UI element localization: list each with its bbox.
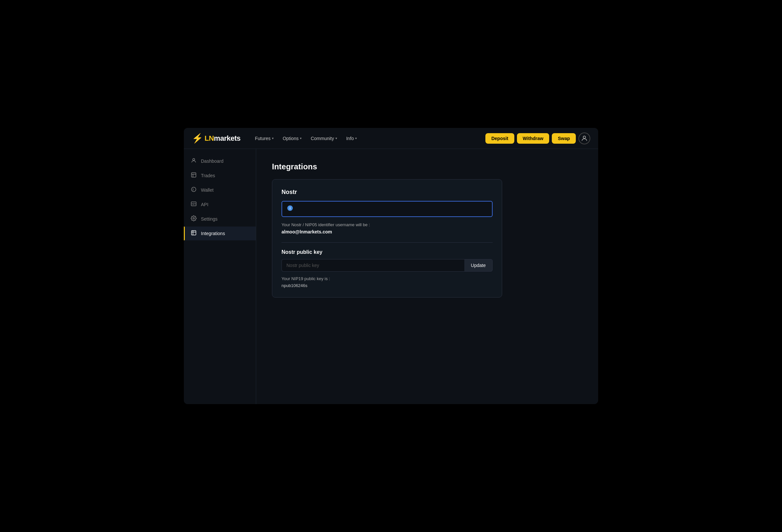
user-icon xyxy=(190,157,197,165)
pubkey-section-title: Nostr public key xyxy=(282,249,493,255)
pubkey-input-row: Update xyxy=(282,259,493,272)
nostr-username-input[interactable] xyxy=(297,207,487,212)
deposit-button[interactable]: Deposit xyxy=(485,133,514,144)
chevron-down-icon: ▾ xyxy=(300,137,301,140)
svg-rect-2 xyxy=(191,173,196,177)
divider xyxy=(282,242,493,243)
svg-text:₿: ₿ xyxy=(192,188,194,191)
nip05-value-text: almoo@lnmarkets.com xyxy=(282,229,493,235)
integrations-card: Nostr i Your Nostr / NIP05 identifier us… xyxy=(272,179,502,297)
trades-icon xyxy=(190,172,197,179)
api-icon xyxy=(190,201,197,208)
main-layout: Dashboard Trades ₿ Wallet xyxy=(184,149,598,404)
svg-text:i: i xyxy=(290,206,291,210)
svg-point-3 xyxy=(191,187,196,192)
nav-community[interactable]: Community ▾ xyxy=(307,133,341,144)
chevron-down-icon: ▾ xyxy=(272,137,274,140)
nav-options[interactable]: Options ▾ xyxy=(279,133,306,144)
user-avatar[interactable] xyxy=(578,133,590,144)
app-window: ⚡ LNmarkets Futures ▾ Options ▾ Communit… xyxy=(184,128,598,404)
withdraw-button[interactable]: Withdraw xyxy=(517,133,549,144)
sidebar: Dashboard Trades ₿ Wallet xyxy=(184,149,256,404)
nip05-hint-text: Your Nostr / NIP05 identifier username w… xyxy=(282,222,493,227)
main-content: Integrations Nostr i Your Nostr / NIP05 … xyxy=(256,149,598,404)
sidebar-item-dashboard[interactable]: Dashboard xyxy=(184,154,256,168)
header-actions: Deposit Withdraw Swap xyxy=(485,133,590,144)
page-title: Integrations xyxy=(272,162,582,171)
nostr-section-title: Nostr xyxy=(282,189,493,196)
sidebar-item-api[interactable]: API xyxy=(184,198,256,211)
nav-info[interactable]: Info ▾ xyxy=(342,133,361,144)
nip19-hint-text: Your NIP19 public key is : xyxy=(282,276,493,281)
sidebar-item-integrations[interactable]: Integrations xyxy=(184,226,256,240)
svg-point-0 xyxy=(583,136,585,138)
sidebar-item-settings[interactable]: Settings xyxy=(184,212,256,226)
chevron-down-icon: ▾ xyxy=(355,137,357,140)
logo-bolt-icon: ⚡ xyxy=(192,134,203,143)
chevron-down-icon: ▾ xyxy=(335,137,337,140)
logo-text: LNmarkets xyxy=(205,134,240,143)
sidebar-item-wallet[interactable]: ₿ Wallet xyxy=(184,183,256,197)
update-button[interactable]: Update xyxy=(464,259,493,272)
swap-button[interactable]: Swap xyxy=(552,133,576,144)
header: ⚡ LNmarkets Futures ▾ Options ▾ Communit… xyxy=(184,128,598,149)
info-circle-icon: i xyxy=(287,205,293,213)
svg-point-1 xyxy=(193,158,195,161)
logo: ⚡ LNmarkets xyxy=(192,134,240,143)
wallet-icon: ₿ xyxy=(190,186,197,194)
nav-futures[interactable]: Futures ▾ xyxy=(251,133,277,144)
nip19-value-text: npub106246s xyxy=(282,283,493,288)
integrations-icon xyxy=(190,230,197,237)
sidebar-item-trades[interactable]: Trades xyxy=(184,169,256,182)
nostr-username-input-wrapper[interactable]: i xyxy=(282,201,493,217)
main-nav: Futures ▾ Options ▾ Community ▾ Info ▾ xyxy=(251,133,483,144)
pubkey-input[interactable] xyxy=(282,259,464,272)
settings-icon xyxy=(190,215,197,223)
